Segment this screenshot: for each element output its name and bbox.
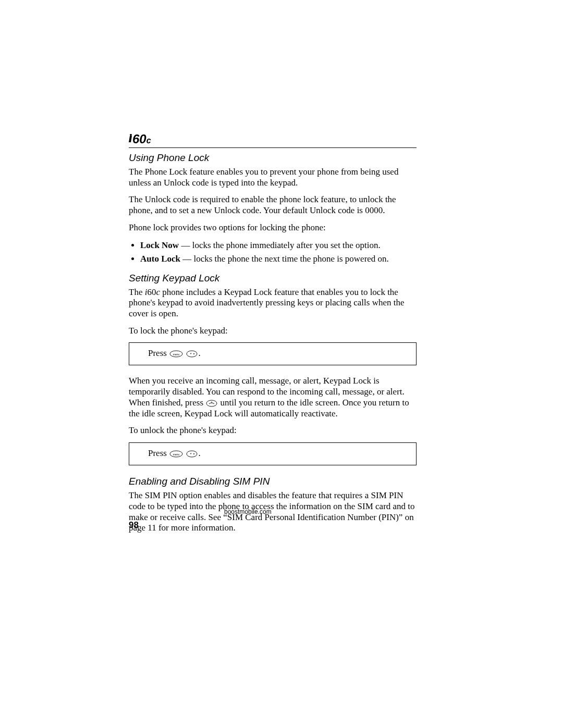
svg-point-6 xyxy=(212,402,213,403)
svg-text:menu: menu xyxy=(173,353,180,356)
svg-point-2 xyxy=(187,351,197,357)
svg-point-11 xyxy=(193,453,194,454)
press-label: Press xyxy=(148,348,169,358)
star-key-icon: * xyxy=(186,450,198,458)
svg-text:*: * xyxy=(190,352,192,356)
manual-page: 60c Using Phone Lock The Phone Lock feat… xyxy=(129,132,417,540)
model-ref-num: 60 xyxy=(147,287,156,297)
footer-url: boostmobile.com xyxy=(224,508,272,515)
body-text: Phone lock provides two options for lock… xyxy=(129,223,417,233)
option-name: Lock Now xyxy=(140,240,179,250)
text: phone includes a Keypad Lock feature tha… xyxy=(129,287,405,318)
options-list: Lock Now — locks the phone immediately a… xyxy=(129,240,417,265)
list-item: Lock Now — locks the phone immediately a… xyxy=(140,240,417,252)
instruction-box: Press menu *. xyxy=(129,342,417,365)
svg-point-4 xyxy=(193,353,194,354)
body-text: The i60c phone includes a Keypad Lock fe… xyxy=(129,287,417,319)
svg-text:*: * xyxy=(190,452,192,456)
model-logo: 60c xyxy=(129,132,417,146)
list-item: Auto Lock — locks the phone the next tim… xyxy=(140,253,417,265)
star-key-icon: * xyxy=(186,350,198,357)
menu-key-icon: menu xyxy=(169,450,183,458)
body-text: To unlock the phone's keypad: xyxy=(129,425,417,436)
body-text: The SIM PIN option enables and disables … xyxy=(129,490,417,534)
period: . xyxy=(198,448,200,458)
svg-text:menu: menu xyxy=(173,453,180,456)
press-label: Press xyxy=(148,448,169,458)
logo-suffix: c xyxy=(146,136,151,145)
heading-phone-lock: Using Phone Lock xyxy=(129,152,417,164)
heading-keypad-lock: Setting Keypad Lock xyxy=(129,273,417,284)
svg-point-9 xyxy=(187,451,197,457)
svg-point-5 xyxy=(206,400,217,406)
period: . xyxy=(198,348,200,358)
heading-sim-pin: Enabling and Disabling SIM PIN xyxy=(129,476,417,487)
model-ref-c: c xyxy=(156,287,160,297)
logo-number: 60 xyxy=(132,132,146,146)
page-number: 98 xyxy=(129,520,139,530)
option-desc: — locks the phone immediately after you … xyxy=(179,240,381,250)
body-text: When you receive an incoming call, messa… xyxy=(129,376,417,419)
logo-i-icon xyxy=(129,132,132,142)
option-desc: — locks the phone the next time the phon… xyxy=(180,254,389,264)
header-rule xyxy=(129,147,417,148)
body-text: The Phone Lock feature enables you to pr… xyxy=(129,167,417,188)
instruction-box: Press menu *. xyxy=(129,442,417,465)
body-text: To lock the phone's keypad: xyxy=(129,326,417,337)
option-name: Auto Lock xyxy=(140,254,180,264)
menu-key-icon: menu xyxy=(169,350,183,357)
body-text: The Unlock code is required to enable th… xyxy=(129,194,417,216)
text: The xyxy=(129,287,145,297)
end-key-icon xyxy=(206,400,217,407)
